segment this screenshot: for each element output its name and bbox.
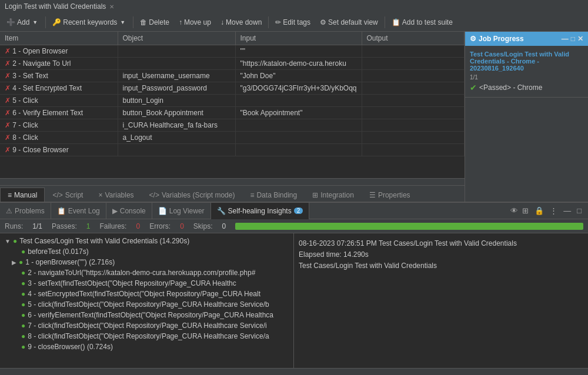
tab-log-viewer[interactable]: 📄 Log Viewer — [152, 203, 211, 219]
steps-table-container[interactable]: Item Object Input Output ✗ 1 - Open Brow… — [0, 32, 465, 178]
move-down-icon: ↓ — [220, 18, 224, 26]
cell-item: ✗ 5 - Click — [0, 95, 118, 107]
bottom-min[interactable]: — — [562, 206, 573, 215]
recent-keywords-dropdown-arrow[interactable]: ▼ — [119, 19, 126, 25]
tab-self-healing[interactable]: 🔧 Self-healing Insights 2 — [211, 203, 310, 219]
editor-tabs: ≡ Manual </> Script × Variables </> Vari… — [0, 185, 465, 202]
tab-variables[interactable]: × Variables — [91, 188, 141, 202]
log-item[interactable]: ▶●1 - openBrowser("") (2.716s) — [0, 257, 293, 267]
edit-tags-button[interactable]: ✏ Edit tags — [271, 15, 315, 29]
right-panel-close[interactable]: ✕ — [577, 35, 583, 43]
bottom-more[interactable]: ⋮ — [548, 206, 559, 215]
log-item[interactable]: ●8 - click(findTestObject("Object Reposi… — [0, 331, 293, 341]
tab-variables-script[interactable]: </> Variables (Script mode) — [142, 188, 243, 202]
col-object: Object — [118, 32, 235, 45]
log-pass-icon: ● — [21, 269, 25, 277]
cell-output — [362, 45, 465, 58]
log-item[interactable]: ●6 - verifyElementText(findTestObject("O… — [0, 310, 293, 320]
log-expand-icon[interactable]: ▼ — [5, 238, 11, 245]
col-output: Output — [362, 32, 465, 45]
move-down-button[interactable]: ↓ Move down — [216, 15, 266, 29]
recent-keywords-button[interactable]: 🔑 Recent keywords ▼ — [48, 15, 131, 29]
title-bar: Login Test with Valid Credentials ✕ — [0, 0, 588, 13]
sep3 — [268, 16, 269, 28]
log-item[interactable]: ●4 - setEncryptedText(findTestObject("Ob… — [0, 289, 293, 299]
log-item[interactable]: ●9 - closeBrowser() (0.724s) — [0, 341, 293, 352]
sep2 — [133, 16, 133, 28]
tab-manual-label: Manual — [14, 191, 37, 199]
set-default-view-button[interactable]: ⚙ Set default view — [316, 15, 382, 29]
tab-problems[interactable]: ⚠ Problems — [0, 203, 51, 219]
horizontal-scrollbar[interactable] — [0, 178, 465, 185]
log-item[interactable]: ●2 - navigateToUrl("https://katalon-demo… — [0, 267, 293, 278]
add-button[interactable]: ➕ Add ▼ — [2, 15, 43, 29]
table-row[interactable]: ✗ 1 - Open Browser "" — [0, 45, 465, 58]
move-up-button[interactable]: ↑ Move up — [175, 15, 215, 29]
delete-button[interactable]: 🗑 Delete — [136, 15, 173, 29]
log-item[interactable]: ▼●Test Cases/Login Test with Valid Crede… — [0, 236, 293, 246]
log-item[interactable]: ●5 - click(findTestObject("Object Reposi… — [0, 299, 293, 310]
console-label: Console — [120, 207, 146, 215]
tab-manual[interactable]: ≡ Manual — [0, 188, 45, 202]
add-to-test-suite-button[interactable]: 📋 Add to test suite — [387, 15, 457, 29]
sep1 — [45, 16, 46, 28]
table-row[interactable]: ✗ 9 - Close Browser — [0, 144, 465, 156]
bottom-max[interactable]: □ — [575, 206, 583, 215]
table-row[interactable]: ✗ 5 - Click button_Login — [0, 95, 465, 107]
right-panel: ⚙ Job Progress — □ ✕ Test Cases/Login Te… — [465, 32, 588, 202]
event-log-label: Event Log — [68, 207, 100, 215]
log-text: 1 - openBrowser("") (2.716s) — [25, 258, 115, 266]
log-item[interactable]: ●7 - click(findTestObject("Object Reposi… — [0, 320, 293, 331]
title-close[interactable]: ✕ — [109, 4, 114, 10]
title-text: Login Test with Valid Credentials — [5, 2, 106, 11]
bottom-view-options[interactable]: ⊞ — [520, 206, 530, 215]
tab-properties[interactable]: ☰ Properties — [362, 188, 418, 202]
log-horizontal-scrollbar[interactable] — [0, 368, 588, 375]
add-icon: ➕ — [6, 18, 15, 26]
log-pass-icon: ● — [21, 332, 25, 340]
table-row[interactable]: ✗ 6 - Verify Element Text button_Book Ap… — [0, 107, 465, 119]
log-text: 5 - click(findTestObject("Object Reposit… — [28, 300, 269, 309]
log-item[interactable]: ●3 - setText(findTestObject("Object Repo… — [0, 278, 293, 289]
log-text: 7 - click(findTestObject("Object Reposit… — [28, 322, 266, 330]
errors-value: 0 — [180, 222, 184, 230]
cell-item: ✗ 9 - Close Browser — [0, 144, 118, 156]
runs-value: 1/1 — [32, 222, 42, 230]
log-tree[interactable]: ▼●Test Cases/Login Test with Valid Crede… — [0, 233, 294, 368]
table-row[interactable]: ✗ 4 - Set Encrypted Text input_Password_… — [0, 82, 465, 95]
tab-integration[interactable]: ⊞ Integration — [305, 188, 362, 202]
log-expand-icon[interactable]: ▶ — [12, 259, 16, 266]
tab-event-log[interactable]: 📋 Event Log — [51, 203, 106, 219]
main-area: Item Object Input Output ✗ 1 - Open Brow… — [0, 32, 588, 202]
table-row[interactable]: ✗ 7 - Click i_CURA Healthcare_fa fa-bars — [0, 119, 465, 132]
right-panel-min[interactable]: — — [562, 35, 569, 43]
log-pass-icon: ● — [21, 343, 25, 351]
bottom-lock[interactable]: 🔒 — [533, 206, 546, 215]
tab-console[interactable]: ▶ Console — [106, 203, 152, 219]
problems-icon: ⚠ — [6, 207, 12, 215]
table-row[interactable]: ✗ 8 - Click a_Logout — [0, 132, 465, 144]
row-icon: ✗ — [5, 146, 11, 154]
log-pass-icon: ● — [13, 237, 17, 245]
errors-label: Errors: — [149, 222, 171, 230]
row-icon: ✗ — [5, 109, 11, 117]
log-pass-icon: ● — [21, 300, 25, 309]
log-pass-icon: ● — [21, 322, 25, 330]
cell-output — [362, 132, 465, 144]
tab-data-binding[interactable]: ≡ Data Binding — [242, 188, 305, 202]
event-log-icon: 📋 — [57, 207, 66, 215]
stats-bar: Runs: 1/1 Passes: 1 Failures: 0 Errors: … — [0, 219, 588, 233]
failures-label: Failures: — [99, 222, 126, 230]
log-item[interactable]: ●beforeTest (0.017s) — [0, 246, 293, 257]
table-row[interactable]: ✗ 3 - Set Text input_Username_username "… — [0, 70, 465, 82]
log-output-line: Test Cases/Login Test with Valid Credent… — [299, 260, 583, 272]
tab-script[interactable]: </> Script — [45, 188, 91, 202]
cell-item: ✗ 2 - Navigate To Url — [0, 58, 118, 70]
add-dropdown-arrow[interactable]: ▼ — [31, 19, 39, 25]
cell-object — [118, 58, 235, 70]
right-panel-max[interactable]: □ — [571, 35, 575, 43]
cell-input: "John Doe" — [235, 70, 362, 82]
cell-output — [362, 144, 465, 156]
editor-panel: Item Object Input Output ✗ 1 - Open Brow… — [0, 32, 465, 202]
table-row[interactable]: ✗ 2 - Navigate To Url "https://katalon-d… — [0, 58, 465, 70]
